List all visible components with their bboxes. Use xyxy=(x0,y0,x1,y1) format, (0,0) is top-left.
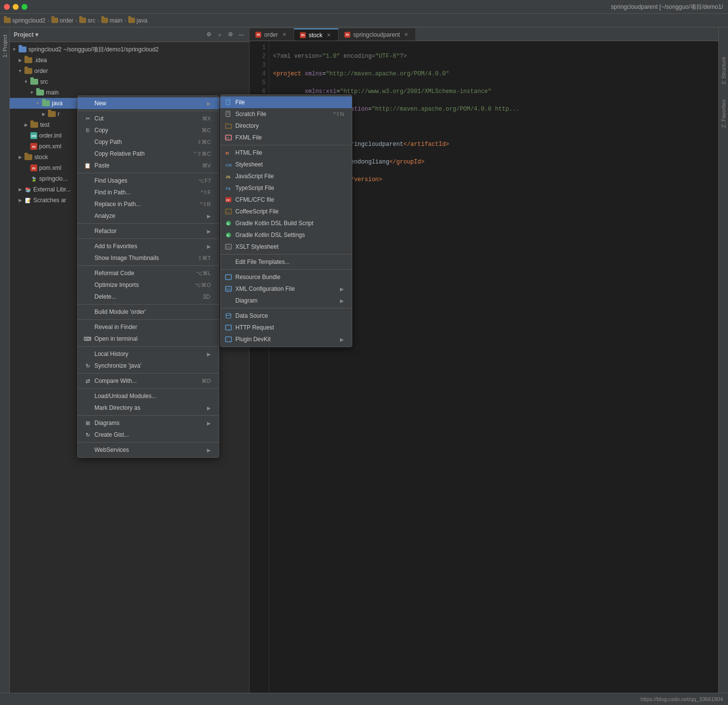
minimize-button[interactable] xyxy=(13,4,19,10)
fxml-icon: FX xyxy=(225,134,232,141)
svg-rect-26 xyxy=(226,325,231,330)
menu-item-diagrams[interactable]: ⊞ Diagrams ▶ xyxy=(78,417,219,429)
submenu-item-coffee[interactable]: cof CoffeeScript File xyxy=(221,206,352,217)
submenu-item-label: Data Source xyxy=(235,312,344,319)
submenu-item-data-source[interactable]: Data Source xyxy=(221,310,352,322)
submenu-item-plugin-devkit[interactable]: Plugin DevKit ▶ xyxy=(221,333,352,345)
sidebar-tab-project[interactable]: 1: Project xyxy=(1,32,9,60)
breadcrumb-item-src[interactable]: src xyxy=(79,17,95,24)
menu-item-find-in-path[interactable]: Find in Path... ^⇧F xyxy=(78,187,219,198)
copy-icon: ⎘ xyxy=(84,126,91,134)
maximize-button[interactable] xyxy=(22,4,27,10)
tree-item-idea[interactable]: ▶ .idea xyxy=(10,55,249,66)
menu-item-synchronize[interactable]: ↻ Synchronize 'java' xyxy=(78,360,219,372)
collapse-icon[interactable]: — xyxy=(237,31,245,39)
folder-icon xyxy=(51,18,58,23)
sidebar-tab-structure[interactable]: 2: Structure xyxy=(721,57,727,85)
submenu-item-fxml[interactable]: FX FXML File xyxy=(221,132,352,143)
menu-item-webservices[interactable]: WebServices ▶ xyxy=(78,444,219,456)
menu-item-cut[interactable]: ✂ Cut ⌘X xyxy=(78,113,219,124)
tree-arrow: ▶ xyxy=(18,198,23,203)
empty-icon xyxy=(84,212,91,220)
tab-close-stock[interactable]: ✕ xyxy=(325,32,332,39)
submenu-item-xslt[interactable]: XSL XSLT Stylesheet xyxy=(221,241,352,253)
tab-stock[interactable]: m stock ✕ xyxy=(294,28,339,41)
submenu-item-file[interactable]: File xyxy=(221,96,352,108)
split-icon[interactable]: ÷ xyxy=(216,31,224,39)
folder-icon xyxy=(4,18,11,23)
submenu-item-diagram[interactable]: Diagram ▶ xyxy=(221,295,352,306)
submenu-item-directory[interactable]: Directory xyxy=(221,120,352,132)
menu-item-copy-path[interactable]: Copy Path ⇧⌘C xyxy=(78,136,219,148)
breadcrumb-item-main[interactable]: main xyxy=(101,17,122,24)
edit-icon xyxy=(225,258,232,266)
tab-close-springcloudparent[interactable]: ✕ xyxy=(403,31,410,38)
submenu-item-html[interactable]: H HTML File xyxy=(221,147,352,159)
breadcrumb-item-order[interactable]: order xyxy=(51,17,73,24)
svg-text:JS: JS xyxy=(226,175,230,179)
menu-item-load-unload[interactable]: Load/Unload Modules... xyxy=(78,390,219,402)
menu-item-refactor[interactable]: Refactor ▶ xyxy=(78,225,219,237)
submenu-item-label: Directory xyxy=(235,122,344,129)
menu-item-local-history[interactable]: Local History ▶ xyxy=(78,348,219,360)
menu-separator xyxy=(78,415,219,416)
menu-item-open-terminal[interactable]: ⌨ Open in terminal xyxy=(78,333,219,345)
menu-item-mark-dir[interactable]: Mark Directory as ▶ xyxy=(78,402,219,414)
submenu-item-xml-config[interactable]: XML XML Configuration File ▶ xyxy=(221,283,352,295)
submenu-item-js[interactable]: JS JavaScript File xyxy=(221,170,352,182)
menu-item-reveal-finder[interactable]: Reveal in Finder xyxy=(78,321,219,333)
submenu-item-label: Stylesheet xyxy=(235,161,344,168)
submenu-item-label: Gradle Kotlin DSL Settings xyxy=(235,232,344,238)
submenu-item-cfml[interactable]: CF CFML/CFC file xyxy=(221,194,352,206)
tab-close-order[interactable]: ✕ xyxy=(281,31,288,38)
submenu-item-http-request[interactable]: HTTP Request xyxy=(221,322,352,333)
gear-icon[interactable]: ⚙ xyxy=(227,31,234,39)
menu-item-compare-with[interactable]: ⇄ Compare With... ⌘D xyxy=(78,375,219,387)
tree-item-order[interactable]: ▼ order xyxy=(10,66,249,76)
submenu-arrow-icon: ▶ xyxy=(207,101,211,106)
menu-item-build-module[interactable]: Build Module 'order' xyxy=(78,306,219,318)
menu-item-analyze[interactable]: Analyze ▶ xyxy=(78,210,219,222)
menu-item-add-favorites[interactable]: Add to Favorites ▶ xyxy=(78,240,219,252)
menu-item-find-usages[interactable]: Find Usages ⌥F7 xyxy=(78,175,219,187)
menu-shortcut: ⌃⇧⌘C xyxy=(193,151,211,157)
tree-label: External Libr... xyxy=(33,186,71,193)
menu-separator xyxy=(78,238,219,239)
menu-item-copy-rel-path[interactable]: Copy Relative Path ⌃⇧⌘C xyxy=(78,148,219,160)
submenu-item-edit-templates[interactable]: Edit File Templates... xyxy=(221,256,352,268)
tab-label: stock xyxy=(309,32,322,39)
breadcrumb-item-springcloud2[interactable]: springcloud2 xyxy=(4,17,46,24)
submenu-item-stylesheet[interactable]: CSS Stylesheet xyxy=(221,159,352,170)
submenu-item-ts[interactable]: TS TypeScript File xyxy=(221,182,352,194)
sidebar-tab-favorites[interactable]: Z: Favorites xyxy=(721,99,727,128)
submenu-item-gradle-settings[interactable]: G Gradle Kotlin DSL Settings xyxy=(221,229,352,241)
svg-text:TS: TS xyxy=(226,187,231,191)
menu-item-create-gist[interactable]: ↻ Create Gist... xyxy=(78,429,219,441)
menu-item-replace-in-path[interactable]: Replace in Path... ^⇧R xyxy=(78,198,219,210)
tab-springcloudparent[interactable]: m springcloudparent ✕ xyxy=(339,28,416,41)
tab-m-icon: m xyxy=(344,32,350,38)
folder-icon xyxy=(24,57,32,63)
submenu-item-scratch-file[interactable]: Scratch File ^⇧N xyxy=(221,108,352,120)
menu-item-reformat[interactable]: Reformat Code ⌥⌘L xyxy=(78,267,219,279)
menu-item-copy[interactable]: ⎘ Copy ⌘C xyxy=(78,124,219,136)
menu-item-new[interactable]: New ▶ xyxy=(78,97,219,109)
settings-icon[interactable]: ⚙ xyxy=(205,31,213,39)
sync-icon: ↻ xyxy=(84,362,91,370)
breadcrumb-item-java[interactable]: java xyxy=(128,17,147,24)
menu-item-optimize-imports[interactable]: Optimize Imports ⌥⌘O xyxy=(78,279,219,291)
tree-item-root[interactable]: ▼ springcloud2 ~/songguo/项目/demo1/spring… xyxy=(10,44,249,55)
submenu-item-label: Scratch File xyxy=(235,111,330,118)
submenu-arrow-icon: ▶ xyxy=(207,405,211,411)
menu-item-delete[interactable]: Delete... ⌦ xyxy=(78,291,219,303)
menu-item-label: New xyxy=(94,100,204,107)
tab-m-icon: m xyxy=(255,32,261,38)
submenu-item-resource-bundle[interactable]: Resource Bundle xyxy=(221,271,352,283)
tree-label: .idea xyxy=(34,57,47,64)
menu-item-show-image[interactable]: Show Image Thumbnails ⇧⌘T xyxy=(78,252,219,264)
tree-item-src[interactable]: ▼ src xyxy=(10,76,249,87)
tab-order[interactable]: m order ✕ xyxy=(250,28,294,41)
menu-item-paste[interactable]: 📋 Paste ⌘V xyxy=(78,160,219,171)
close-button[interactable] xyxy=(4,4,10,10)
submenu-item-gradle-build[interactable]: G Gradle Kotlin DSL Build Script xyxy=(221,217,352,229)
